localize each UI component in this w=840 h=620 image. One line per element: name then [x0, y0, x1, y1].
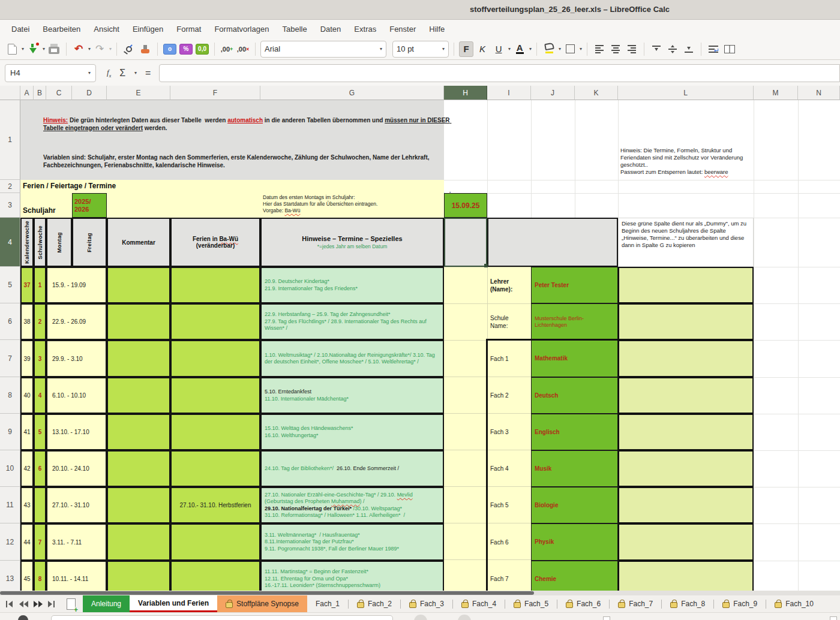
cell-d3-schuljahr-value[interactable]: 2025/ 2026	[72, 193, 107, 218]
cell-c4-header[interactable]: Montag	[46, 218, 72, 267]
fach-6-label[interactable]: Fach 6	[487, 523, 531, 561]
cell-l4-dummy-note[interactable]: Diese grüne Spalte dient nur als „Dummy“…	[618, 218, 754, 267]
formula-input[interactable]	[159, 64, 840, 82]
underline-button[interactable]: U	[491, 41, 506, 57]
align-right-button[interactable]	[625, 41, 639, 57]
menu-format[interactable]: Format	[170, 20, 208, 38]
tab-anleitung[interactable]: Anleitung	[83, 595, 130, 612]
menu-formatvorlagen[interactable]: Formatvorlagen	[208, 20, 275, 38]
checkbox[interactable]	[603, 616, 610, 620]
cell-hinweise-6[interactable]: 22.9. Herbstanfang – 25.9. Tag der Zahng…	[260, 303, 444, 340]
row-header-10[interactable]: 10	[0, 450, 20, 487]
first-sheet-icon[interactable]	[6, 601, 14, 607]
cell-dummy-11[interactable]	[618, 487, 754, 523]
cell-kw-10[interactable]: 42	[20, 450, 34, 487]
cell-kw-7[interactable]: 39	[20, 340, 34, 377]
next-sheet-icon[interactable]	[34, 601, 43, 607]
cell-a4-header[interactable]: Kalenderwoche	[20, 218, 34, 267]
center-vertically-button[interactable]	[665, 41, 680, 57]
borders-dropdown[interactable]: ▾	[580, 46, 582, 52]
function-wizard-button[interactable]: fx	[107, 68, 111, 79]
cell-e4-header[interactable]: Kommentar	[107, 218, 170, 267]
row-header-4[interactable]: 4	[0, 218, 20, 267]
cell-fach-4-value[interactable]: Musik	[531, 450, 618, 487]
column-header-k[interactable]: K	[575, 86, 618, 100]
save-button[interactable]	[26, 41, 40, 57]
redo-dropdown[interactable]: ▾	[109, 46, 112, 52]
menu-fenster[interactable]: Fenster	[383, 20, 422, 38]
wrap-text-button[interactable]: ↵	[706, 41, 721, 57]
tab-variablen-und-ferien[interactable]: Variablen und Ferien	[130, 595, 217, 612]
cell-dummy-8[interactable]	[618, 377, 754, 414]
cell-sw-11[interactable]	[34, 487, 46, 523]
round-button[interactable]	[414, 615, 427, 620]
cell-hinweise-10[interactable]: 24.10. Tag der Bibliotheken*/ 26.10. End…	[260, 450, 444, 487]
cell-ferien-12[interactable]	[170, 523, 260, 561]
cell-dummy-12[interactable]	[618, 523, 754, 561]
column-header-d[interactable]: D	[72, 86, 107, 100]
column-header-i[interactable]: I	[487, 86, 531, 100]
cell-fach-7-value[interactable]: Chemie	[531, 561, 618, 591]
cell-kommentar-9[interactable]	[107, 414, 170, 450]
cell-date-13[interactable]: 10.11. - 14.11	[46, 561, 107, 591]
search-input[interactable]	[51, 615, 393, 620]
highlight-color-button[interactable]	[542, 41, 556, 57]
last-sheet-icon[interactable]	[48, 601, 56, 607]
cell-b4-header[interactable]: Schulwoche	[34, 218, 46, 267]
tab-fach-7[interactable]: Fach_7	[610, 595, 661, 612]
cell-kommentar-5[interactable]	[107, 267, 170, 303]
cell-a2-section-band[interactable]: Ferien / Feiertage / Termine	[20, 180, 444, 193]
menu-extras[interactable]: Extras	[347, 20, 383, 38]
cell-date-6[interactable]: 22.9. - 26.09	[46, 303, 107, 340]
cell-date-7[interactable]: 29.9. - 3.10	[46, 340, 107, 377]
cell-date-12[interactable]: 3.11. - 7.11	[46, 523, 107, 561]
menu-einfuegen[interactable]: Einfügen	[126, 20, 170, 38]
fach-1-label[interactable]: Fach 1	[487, 340, 531, 377]
scrollbar-thumb[interactable]	[0, 591, 534, 595]
cell-sw-5[interactable]: 1	[34, 267, 46, 303]
cell-kw-5[interactable]: 37	[20, 267, 34, 303]
underline-dropdown[interactable]: ▾	[508, 46, 511, 52]
currency-format-button[interactable]: o	[163, 41, 177, 57]
tab-fach-10[interactable]: Fach_10	[766, 595, 822, 612]
cell-kommentar-13[interactable]	[107, 561, 170, 591]
cell-sw-12[interactable]: 7	[34, 523, 46, 561]
cell-ferien-11[interactable]: 27.10.- 31.10. Herbstferien	[170, 487, 260, 523]
add-decimal-button[interactable]: ,00+	[220, 41, 234, 57]
tab-fach-1[interactable]: Fach_1	[307, 595, 348, 612]
cell-hinweise-7[interactable]: 1.10. Weltmusiktag* / 2.10.Nationaltag d…	[260, 340, 444, 377]
row-header-8[interactable]: 8	[0, 377, 20, 414]
font-size-combo[interactable]: 10 pt▾	[392, 41, 449, 58]
cell-hinweise-11[interactable]: 27.10. Nationaler Erzähl-eine-Geschichte…	[260, 487, 444, 523]
cell-fach-6-value[interactable]: Physik	[531, 523, 618, 561]
cell-kommentar-8[interactable]	[107, 377, 170, 414]
previous-sheet-icon[interactable]	[19, 601, 28, 607]
cell-h3-start-date[interactable]: 15.09.25	[444, 193, 487, 218]
row-header-5[interactable]: 5	[0, 267, 20, 303]
cell-date-8[interactable]: 6.10. - 10.10	[46, 377, 107, 414]
borders-button[interactable]	[563, 41, 577, 57]
column-header-h[interactable]: H	[444, 86, 487, 100]
menu-ansicht[interactable]: Ansicht	[87, 20, 126, 38]
name-box[interactable]: H4 ▾	[5, 64, 96, 82]
row-header-3[interactable]: 3	[0, 193, 20, 218]
row-header-11[interactable]: 11	[0, 487, 20, 523]
menu-tabelle[interactable]: Tabelle	[275, 20, 313, 38]
cell-fach-3-value[interactable]: Englisch	[531, 414, 618, 450]
cell-kw-9[interactable]: 41	[20, 414, 34, 450]
cell-fach-5-value[interactable]: Biologie	[531, 487, 618, 523]
cell-dummy-7[interactable]	[618, 340, 754, 377]
tab-fach-5[interactable]: Fach_5	[505, 595, 557, 612]
row-header-9[interactable]: 9	[0, 414, 20, 450]
cell-ferien-13[interactable]	[170, 561, 260, 591]
menu-datei[interactable]: Datei	[5, 20, 36, 38]
cell-sw-10[interactable]: 6	[34, 450, 46, 487]
column-header-m[interactable]: M	[754, 86, 798, 100]
fach-7-label[interactable]: Fach 7	[487, 561, 531, 591]
cell-dummy-6[interactable]	[618, 303, 754, 340]
round-button[interactable]	[458, 615, 471, 620]
fach-3-label[interactable]: Fach 3	[487, 414, 531, 450]
cell-kw-8[interactable]: 40	[20, 377, 34, 414]
column-header-j[interactable]: J	[531, 86, 575, 100]
italic-button[interactable]: K	[475, 41, 490, 57]
